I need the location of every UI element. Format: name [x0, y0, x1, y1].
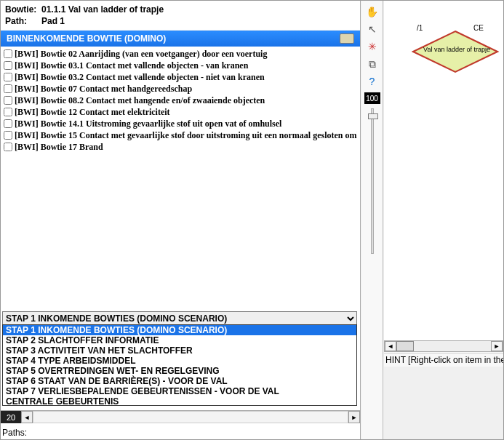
hand-tool-icon[interactable]: ✋ — [366, 5, 379, 18]
bottom-scrollbar: 20 ◄ ► — [1, 410, 360, 423]
step-option[interactable]: STAP 7 VERLIESBEPALENDE GEBEURTENISSEN -… — [3, 386, 356, 396]
zoom-slider[interactable] — [371, 108, 374, 254]
bowtie-item-label: [BWI] Bowtie 12 Contact met elektricitei… — [15, 106, 170, 118]
scroll-track[interactable] — [33, 411, 348, 423]
bowtie-item-label: [BWI] Bowtie 07 Contact met handgereedsc… — [15, 83, 192, 95]
canvas-scroll-track[interactable] — [414, 341, 491, 351]
path-label: Path: — [5, 16, 41, 26]
bowtie-checkbox[interactable] — [4, 84, 12, 93]
zoom-value: 100 — [364, 92, 380, 104]
path-value: Pad 1 — [41, 16, 356, 26]
bowtie-item[interactable]: [BWI] Bowtie 03.2 Contact met vallende o… — [4, 71, 357, 83]
bowtie-checkbox[interactable] — [4, 119, 12, 128]
bowtie-label: Bowtie: — [5, 4, 41, 15]
bowtie-checkbox[interactable] — [4, 96, 12, 105]
bowtie-item[interactable]: [BWI] Bowtie 07 Contact met handgereedsc… — [4, 83, 357, 95]
bowtie-item-label: [BWI] Bowtie 03.2 Contact met vallende o… — [15, 71, 265, 83]
bowtie-item-label: [BWI] Bowtie 02 Aanrijding (van een voet… — [15, 48, 267, 60]
bowtie-item[interactable]: [BWI] Bowtie 12 Contact met elektricitei… — [4, 106, 357, 118]
step-option[interactable]: STAP 5 OVERTREDINGEN WET- EN REGELGEVING — [3, 366, 356, 376]
step-option[interactable]: STAP 3 ACTIVITEIT VAN HET SLACHTOFFER — [3, 345, 356, 356]
canvas-scroll-left-icon[interactable]: ◄ — [385, 341, 396, 351]
step-option[interactable]: STAP 2 SLACHTOFFER INFORMATIE — [3, 335, 356, 345]
toolbar-strip: ✋ ↖ ✳ ⧉ ? 100 — [361, 1, 383, 439]
pointer-tool-icon[interactable]: ↖ — [366, 23, 379, 36]
bowtie-list: [BWI] Bowtie 02 Aanrijding (van een voet… — [1, 47, 360, 154]
copy-tool-icon[interactable]: ⧉ — [366, 57, 379, 71]
hint-bar: HINT [Right-click on item in the C — [384, 353, 503, 367]
bowtie-checkbox[interactable] — [4, 143, 12, 151]
bowtie-checkbox[interactable] — [4, 108, 12, 116]
bowtie-item-label: [BWI] Bowtie 08.2 Contact met hangende e… — [15, 95, 265, 106]
bowtie-item[interactable]: [BWI] Bowtie 15 Contact met gevaarlijke … — [4, 129, 357, 141]
bowtie-value: 01.1.1 Val van ladder of trapje — [41, 4, 356, 15]
bowtie-checkbox[interactable] — [4, 73, 12, 81]
incoming-bowtie-header: BINNENKOMENDE BOWTIE (DOMINO) — [1, 31, 360, 47]
node-id-label: /1 — [417, 24, 423, 32]
canvas-scroll-right-icon[interactable]: ► — [491, 341, 503, 351]
bowtie-item[interactable]: [BWI] Bowtie 02 Aanrijding (van een voet… — [4, 48, 357, 60]
step-selector[interactable]: STAP 1 INKOMENDE BOWTIES (DOMINO SCENARI… — [2, 311, 357, 326]
meta-header: Bowtie: 01.1.1 Val van ladder of trapje … — [1, 1, 360, 31]
canvas-horizontal-scrollbar[interactable]: ◄ ► — [384, 340, 503, 352]
step-option[interactable]: STAP 6 STAAT VAN DE BARRIÈRE(S) - VOOR D… — [3, 376, 356, 386]
bowtie-item-label: [BWI] Bowtie 17 Brand — [15, 141, 103, 153]
node-type-label: CE — [473, 24, 484, 32]
bowtie-checkbox[interactable] — [4, 61, 12, 70]
bowtie-checkbox[interactable] — [4, 49, 12, 58]
bowtie-item[interactable]: [BWI] Bowtie 14.1 Uitstroming gevaarlijk… — [4, 118, 357, 129]
bowtie-item[interactable]: [BWI] Bowtie 17 Brand — [4, 141, 357, 153]
node-text: Val van ladder of trapje — [420, 46, 493, 53]
step-option[interactable]: STAP 4 TYPE ARBEIDSMIDDEL — [3, 356, 356, 366]
zoom-slider-thumb[interactable] — [368, 113, 378, 119]
bowtie-item-label: [BWI] Bowtie 15 Contact met gevaarlijke … — [15, 129, 357, 141]
step-select[interactable]: STAP 1 INKOMENDE BOWTIES (DOMINO SCENARI… — [2, 311, 357, 326]
help-icon[interactable]: ? — [366, 75, 379, 88]
section-title: BINNENKOMENDE BOWTIE (DOMINO) — [7, 33, 166, 44]
bowtie-item[interactable]: [BWI] Bowtie 08.2 Contact met hangende e… — [4, 95, 357, 106]
scroll-left-arrow[interactable]: ◄ — [21, 411, 33, 423]
paths-label: Paths: — [2, 428, 27, 438]
bowtie-item-label: [BWI] Bowtie 14.1 Uitstroming gevaarlijk… — [15, 118, 281, 129]
card-icon[interactable] — [340, 33, 354, 44]
bowtie-checkbox[interactable] — [4, 131, 12, 140]
canvas-scroll-thumb[interactable] — [396, 341, 414, 351]
step-dropdown[interactable]: STAP 1 INKOMENDE BOWTIES (DOMINO SCENARI… — [2, 324, 357, 406]
color-tool-icon[interactable]: ✳ — [366, 40, 379, 53]
step-option[interactable]: CENTRALE GEBEURTENIS — [3, 396, 356, 406]
scroll-right-arrow[interactable]: ► — [348, 411, 360, 423]
bowtie-item-label: [BWI] Bowtie 03.1 Contact met vallende o… — [15, 60, 248, 71]
step-option[interactable]: STAP 1 INKOMENDE BOWTIES (DOMINO SCENARI… — [3, 325, 356, 335]
left-panel: Bowtie: 01.1.1 Val van ladder of trapje … — [1, 1, 361, 439]
page-number: 20 — [1, 411, 21, 423]
bowtie-item[interactable]: [BWI] Bowtie 03.1 Contact met vallende o… — [4, 60, 357, 71]
